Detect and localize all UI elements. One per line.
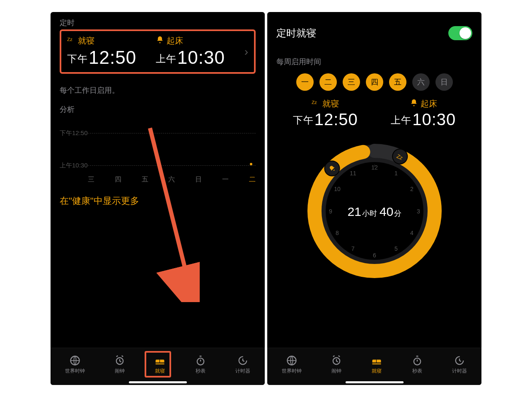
- left-screenshot: 定时 Zz 就寝 下午12:50: [51, 12, 265, 385]
- tab-world-clock[interactable]: 世界时钟: [65, 355, 85, 375]
- bedtime-toggle[interactable]: [448, 26, 472, 40]
- enable-text: 每个工作日启用。: [60, 85, 256, 95]
- chart-point: [250, 163, 252, 165]
- tab-stopwatch[interactable]: 秒表: [195, 355, 206, 375]
- bed-icon: Zz: [312, 99, 320, 109]
- highlight-schedule-box: Zz 就寝 下午12:50 起床 上午10:30: [60, 29, 256, 74]
- day-fri[interactable]: 五: [389, 73, 406, 91]
- right-screenshot: 定时就寝 每周启用时间 一 二 三 四 五 六 日 Zz 就寝: [267, 12, 481, 385]
- svg-text:2: 2: [410, 186, 414, 192]
- tab-alarm[interactable]: 闹钟: [331, 355, 342, 375]
- svg-text:8: 8: [336, 230, 339, 236]
- home-indicator: [129, 381, 187, 383]
- svg-text:6: 6: [373, 252, 376, 259]
- chevron-right-icon: ›: [244, 45, 248, 58]
- svg-point-29: [414, 358, 421, 365]
- tab-timer[interactable]: 计时器: [235, 355, 250, 375]
- bedtime-title: 定时就寝: [276, 27, 316, 40]
- tab-bar: 世界时钟 闹钟 就寝 秒表 计时器: [267, 348, 481, 385]
- svg-text:Zz: Zz: [67, 36, 73, 42]
- tab-bar: 世界时钟 闹钟 就寝 秒表 计时器: [51, 348, 265, 385]
- tab-timer[interactable]: 计时器: [452, 355, 467, 375]
- home-indicator: [346, 381, 404, 383]
- wake-value: 上午10:30: [391, 110, 456, 129]
- analysis-label: 分析: [60, 104, 256, 114]
- svg-text:11: 11: [350, 170, 356, 177]
- wake-value: 上午10:30: [156, 47, 225, 68]
- bedtime-label: 就寝: [78, 35, 94, 46]
- tab-stopwatch[interactable]: 秒表: [411, 355, 423, 375]
- analysis-chart: 下午12:50 上午10:30 三 四 五 六 日 一 二: [60, 122, 256, 184]
- show-more-link[interactable]: 在"健康"中显示更多: [60, 195, 256, 207]
- svg-text:10: 10: [334, 186, 341, 192]
- wake-label: 起床: [167, 35, 183, 46]
- svg-text:12: 12: [371, 164, 378, 171]
- bedtime-value: 下午12:50: [293, 110, 358, 129]
- svg-text:1: 1: [394, 170, 398, 177]
- day-sun[interactable]: 日: [435, 73, 453, 91]
- day-wed[interactable]: 三: [343, 73, 360, 91]
- day-picker: 一 二 三 四 五 六 日: [276, 73, 472, 91]
- sleep-dial[interactable]: 12 1 2 3 4 5 6 7 8 9 10 11: [300, 136, 449, 286]
- svg-text:9: 9: [329, 208, 332, 215]
- bedtime-value: 下午12:50: [67, 47, 136, 68]
- day-tue[interactable]: 二: [319, 73, 337, 91]
- day-mon[interactable]: 一: [296, 73, 314, 91]
- tab-world-clock[interactable]: 世界时钟: [282, 355, 302, 375]
- chart-x-axis: 三 四 五 六 日 一 二: [88, 175, 256, 184]
- svg-text:Zz: Zz: [312, 99, 317, 105]
- schedule-label: 定时: [60, 18, 256, 28]
- day-thu[interactable]: 四: [366, 73, 383, 91]
- bell-icon: [156, 36, 164, 46]
- svg-text:7: 7: [351, 245, 355, 252]
- day-sat[interactable]: 六: [412, 73, 430, 91]
- svg-text:3: 3: [417, 208, 420, 215]
- bed-icon: Zz: [67, 36, 75, 46]
- wake-label: 起床: [421, 98, 437, 109]
- tab-bedtime[interactable]: 就寝: [371, 355, 382, 375]
- schedule-row[interactable]: Zz 就寝 下午12:50 起床 上午10:30: [67, 35, 248, 68]
- svg-point-5: [197, 358, 204, 365]
- svg-text:4: 4: [410, 230, 414, 236]
- tab-alarm[interactable]: 闹钟: [114, 355, 126, 375]
- svg-text:5: 5: [394, 245, 398, 252]
- bell-icon: [410, 99, 418, 109]
- weekly-label: 每周启用时间: [276, 57, 472, 67]
- bedtime-label: 就寝: [322, 98, 339, 109]
- highlight-tab-box: [145, 351, 171, 378]
